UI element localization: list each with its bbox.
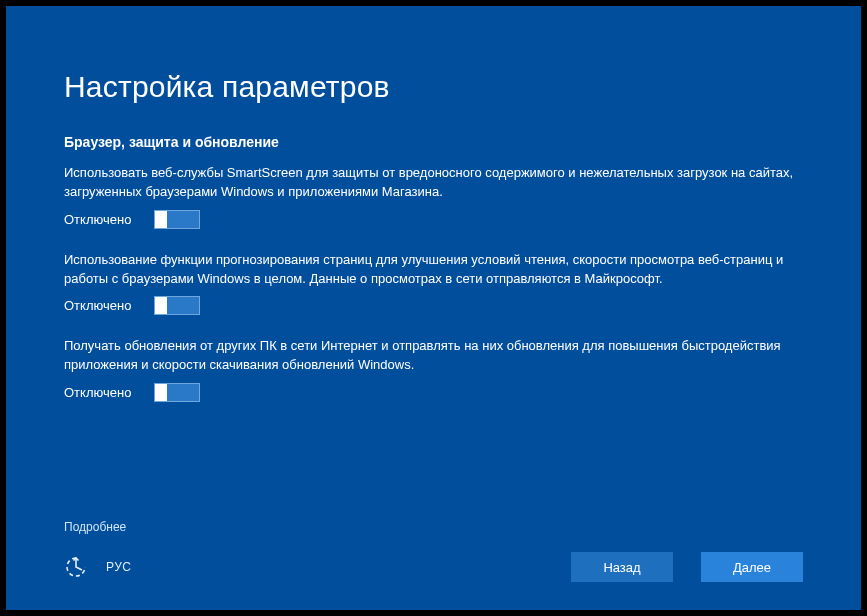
setting-desc: Использовать веб-службы SmartScreen для … — [64, 164, 803, 202]
toggle-state-label: Отключено — [64, 385, 132, 400]
toggle-state-label: Отключено — [64, 212, 132, 227]
learn-more-link[interactable]: Подробнее — [64, 520, 803, 534]
toggle-state-label: Отключено — [64, 298, 132, 313]
toggle-thumb — [155, 211, 167, 228]
language-selector[interactable]: РУС — [106, 560, 132, 574]
content-area: Настройка параметров Браузер, защита и о… — [64, 70, 803, 520]
back-button[interactable]: Назад — [571, 552, 673, 582]
setting-row: Отключено — [64, 296, 803, 315]
setting-row: Отключено — [64, 383, 803, 402]
setting-page-prediction: Использование функции прогнозирования ст… — [64, 251, 803, 316]
smartscreen-toggle[interactable] — [154, 210, 200, 229]
setting-p2p-updates: Получать обновления от других ПК в сети … — [64, 337, 803, 402]
setting-desc: Получать обновления от других ПК в сети … — [64, 337, 803, 375]
page-prediction-toggle[interactable] — [154, 296, 200, 315]
footer-bar: РУС Назад Далее — [64, 552, 803, 582]
page-title: Настройка параметров — [64, 70, 803, 104]
setting-smartscreen: Использовать веб-службы SmartScreen для … — [64, 164, 803, 229]
toggle-thumb — [155, 384, 167, 401]
next-button[interactable]: Далее — [701, 552, 803, 582]
setup-window: Настройка параметров Браузер, защита и о… — [6, 6, 861, 610]
section-heading: Браузер, защита и обновление — [64, 134, 803, 150]
toggle-thumb — [155, 297, 167, 314]
p2p-updates-toggle[interactable] — [154, 383, 200, 402]
setting-desc: Использование функции прогнозирования ст… — [64, 251, 803, 289]
setting-row: Отключено — [64, 210, 803, 229]
ease-of-access-icon[interactable] — [64, 555, 88, 579]
